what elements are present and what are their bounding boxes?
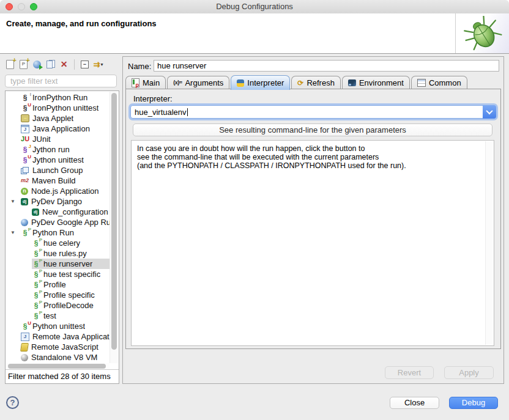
close-window-button[interactable] bbox=[6, 3, 13, 10]
launch-group-icon bbox=[21, 167, 29, 174]
python-run-icon: §P bbox=[32, 249, 40, 258]
collapse-all-button[interactable] bbox=[80, 58, 90, 70]
pydev-django-icon: dj bbox=[32, 208, 39, 216]
tab-interpreter[interactable]: Interpreter bbox=[231, 75, 290, 90]
duplicate-icon bbox=[46, 60, 55, 68]
arguments-tab-icon: (x)= bbox=[173, 80, 182, 86]
interpreter-combo-dropdown-button[interactable] bbox=[483, 105, 496, 119]
tree-item-label: Maven Build bbox=[32, 176, 76, 185]
java-applet-icon bbox=[21, 114, 29, 122]
tab-arguments[interactable]: (x)=Arguments bbox=[167, 76, 229, 89]
filter-configurations-button[interactable]: ⇉▾ bbox=[93, 58, 103, 70]
tree-item-new-configuration[interactable]: djNew_configuration bbox=[6, 207, 110, 217]
tree-item-pydev-django[interactable]: ▼djPyDev Django bbox=[6, 196, 110, 207]
common-tab-icon bbox=[417, 79, 426, 87]
tree-vertical-scrollbar[interactable] bbox=[110, 92, 118, 363]
tree-vertical-scrollbar-thumb[interactable] bbox=[111, 93, 117, 350]
tree-item-jython-unittest[interactable]: §UJython unittest bbox=[6, 155, 110, 165]
tree-item-profile-specific[interactable]: §PProfile specific bbox=[6, 290, 110, 300]
tree-horizontal-scrollbar-thumb[interactable] bbox=[8, 364, 106, 369]
tab-label: Refresh bbox=[307, 78, 335, 87]
tab-label: Common bbox=[429, 78, 461, 87]
pydev-gae-icon bbox=[21, 219, 28, 226]
tree-item-java-applet[interactable]: Java Applet bbox=[6, 113, 110, 123]
tree-item-profile[interactable]: §PProfile bbox=[6, 279, 110, 290]
interpreter-tab-panel: Interpreter: hue_virtualenv See resultin… bbox=[125, 89, 501, 349]
tree-item-standalone-v8-vm[interactable]: Standalone V8 VM bbox=[6, 352, 110, 363]
tree-item-ironpython-run[interactable]: §IIronPython Run bbox=[6, 92, 110, 103]
tree-item-ironpython-unittest[interactable]: §UIronPython unittest bbox=[6, 103, 110, 113]
collapse-all-icon bbox=[81, 61, 89, 68]
python-run-icon: §P bbox=[32, 301, 40, 310]
interpreter-combo[interactable]: hue_virtualenv bbox=[130, 105, 496, 119]
tree-item-label: IronPython unittest bbox=[32, 103, 98, 112]
debug-configurations-dialog: Debug Configurations Create, manage, and… bbox=[0, 0, 509, 420]
remote-js-icon bbox=[20, 343, 29, 352]
see-command-line-button[interactable]: See resulting command-line for the given… bbox=[133, 123, 492, 136]
tree-item-junit[interactable]: JUJUnit bbox=[6, 134, 110, 144]
tree-item-hue-runserver[interactable]: §Phue runserver bbox=[6, 259, 110, 269]
tree-item-label: Jython run bbox=[32, 145, 70, 154]
revert-button[interactable]: Revert bbox=[385, 366, 434, 379]
launch-toolbar: ✕⇉▾ bbox=[5, 57, 103, 72]
expand-arrow-icon[interactable]: ▼ bbox=[10, 199, 21, 204]
refresh-tab-icon: ⟳ bbox=[297, 79, 303, 87]
export-configurations-button[interactable] bbox=[32, 58, 42, 70]
filter-icon: ⇉ bbox=[94, 61, 100, 68]
tab-label: Main bbox=[143, 78, 160, 87]
tab-refresh[interactable]: ⟳Refresh bbox=[291, 76, 341, 89]
tree-item-jython-run[interactable]: §JJython run bbox=[6, 144, 110, 155]
tree-item-java-application[interactable]: Java Application bbox=[6, 123, 110, 134]
title-bar: Debug Configurations bbox=[0, 0, 509, 14]
tab-environment[interactable]: Environment bbox=[342, 76, 410, 89]
banner-heading: Create, manage, and run configurations bbox=[6, 19, 157, 28]
tree-item-maven-build[interactable]: m2Maven Build bbox=[6, 175, 110, 186]
tree-item-python-unittest[interactable]: §UPython unittest bbox=[6, 321, 110, 331]
tree-item-python-run[interactable]: ▼§PPython Run bbox=[6, 227, 110, 238]
tree-item-profiledecode[interactable]: §PProfileDecode bbox=[6, 300, 110, 311]
tree-item-label: test bbox=[43, 311, 56, 320]
export-icon bbox=[33, 61, 41, 68]
zoom-window-button[interactable] bbox=[30, 3, 37, 10]
new-configuration-button[interactable] bbox=[5, 58, 15, 70]
help-button[interactable]: ? bbox=[6, 396, 19, 409]
filter-input[interactable] bbox=[5, 75, 117, 87]
tree-item-label: Profile specific bbox=[43, 290, 95, 300]
close-button[interactable]: Close bbox=[390, 397, 439, 409]
expand-arrow-icon[interactable]: ▼ bbox=[10, 230, 21, 235]
info-line: see the command-line that will be execut… bbox=[137, 153, 488, 161]
new-prototype-button[interactable] bbox=[18, 58, 29, 70]
tree-item-label: Java Application bbox=[32, 124, 90, 133]
tree-item-remote-javascript[interactable]: Remote JavaScript bbox=[6, 342, 110, 352]
tree-item-hue-celery[interactable]: §Phue celery bbox=[6, 238, 110, 248]
tab-common[interactable]: Common bbox=[411, 76, 467, 89]
apply-button[interactable]: Apply bbox=[444, 366, 494, 379]
traffic-lights bbox=[6, 3, 37, 10]
tree-item-hue-test-specific[interactable]: §Phue test specific bbox=[6, 269, 110, 279]
tree-item-label: Standalone V8 VM bbox=[31, 353, 97, 362]
tab-label: Environment bbox=[359, 78, 404, 87]
duplicate-configuration-button[interactable] bbox=[45, 58, 56, 70]
window-title: Debug Configurations bbox=[0, 0, 509, 13]
maven-icon: m2 bbox=[21, 178, 29, 183]
info-scrollbar-track bbox=[485, 141, 493, 345]
tab-main[interactable]: Main bbox=[125, 76, 166, 89]
tree-item-label: PyDev Django bbox=[31, 197, 82, 206]
interpreter-tab-icon bbox=[237, 79, 244, 87]
tab-label: Arguments bbox=[185, 78, 223, 87]
tree-item-pydev-google-app-run[interactable]: PyDev Google App Run bbox=[6, 217, 110, 227]
tree-item-node-js-application[interactable]: nNode.js Application bbox=[6, 186, 110, 196]
debug-button[interactable]: Debug bbox=[449, 397, 498, 409]
name-input[interactable] bbox=[154, 60, 499, 72]
python-run-icon: §P bbox=[32, 312, 40, 320]
tree-item-hue-rules-py[interactable]: §Phue rules.py bbox=[6, 248, 110, 259]
tree-item-remote-java-application[interactable]: JRemote Java Application bbox=[6, 331, 110, 342]
python-run-icon: §P bbox=[32, 270, 40, 279]
tree-item-label: hue test specific bbox=[43, 270, 100, 279]
info-line: In case you are in doubt how will the ru… bbox=[137, 144, 488, 153]
tree-item-test[interactable]: §Ptest bbox=[6, 311, 110, 321]
delete-configuration-button[interactable]: ✕ bbox=[59, 58, 69, 70]
tree-item-launch-group[interactable]: Launch Group bbox=[6, 165, 110, 175]
junit-icon: JU bbox=[21, 136, 29, 142]
tree-item-label: Python Run bbox=[32, 228, 74, 237]
